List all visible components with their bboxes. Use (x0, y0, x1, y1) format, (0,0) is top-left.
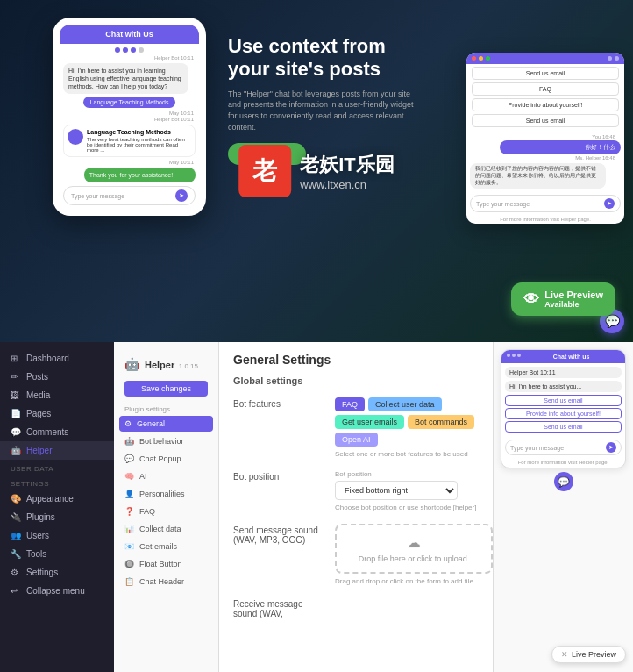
sidebar-item-comments[interactable]: 💬 Comments (0, 423, 114, 441)
plugin-nav-float[interactable]: 🔘 Float Button (114, 555, 218, 573)
upload-text: Drop file here or click to upload. (345, 554, 482, 563)
plugin-nav-ai[interactable]: 🧠 AI (114, 468, 218, 485)
preview-btn-email2[interactable]: Send us email (505, 421, 622, 433)
preview-btn-info[interactable]: Provide info about yourself! (505, 408, 622, 419)
upload-area[interactable]: ☁ Drop file here or click to upload. (335, 524, 493, 574)
rm-btn-email2[interactable]: Send us email (472, 114, 619, 127)
plugin-section-title: Plugin settings (114, 400, 218, 415)
live-preview-badge[interactable]: 👁 Live Preview Available (511, 282, 615, 316)
helper-plugin-icon: 🤖 (124, 357, 139, 371)
close-preview-button[interactable]: ✕ Live Preview (551, 646, 626, 663)
sidebar-item-tools[interactable]: 🔧 Tools (0, 545, 114, 563)
sidebar-item-settings[interactable]: ⚙ Settings (0, 563, 114, 582)
rm-btn-email[interactable]: Send us email (472, 67, 619, 80)
preview-msg-initial: Helper Bot 10:11 (505, 367, 622, 378)
sidebar-label-appearance: Appearance (26, 494, 74, 504)
phone-header: Chat with Us (60, 25, 199, 44)
faq-icon: ❓ (124, 507, 134, 516)
bot-behavior-icon: 🤖 (124, 437, 134, 446)
bot-features-tags: FAQ Collect user data Get user emails Bo… (335, 397, 479, 447)
live-preview-label: Live Preview Available (544, 290, 603, 309)
plugin-nav-chat-popup[interactable]: 💬 Chat Popup (114, 450, 218, 468)
plugin-version: 1.0.15 (179, 362, 198, 370)
plugin-nav-emails[interactable]: 📧 Get emails (114, 538, 218, 555)
sidebar-label-media: Media (26, 390, 50, 400)
sidebar: ⊞ Dashboard ✏ Posts 🖼 Media 📄 Pages 💬 Co… (0, 342, 114, 672)
bot-greeting: Hi! I'm here to assist you in learning E… (63, 63, 188, 94)
emails-icon: 📧 (124, 542, 134, 551)
users-icon: 👥 (11, 531, 21, 540)
bot-behavior-label: Bot behavior (139, 437, 184, 446)
plugin-nav-bot-behavior[interactable]: 🤖 Bot behavior (114, 433, 218, 450)
preview-header: Chat with us (501, 350, 625, 363)
hero-title: Use context from your site's posts (228, 35, 421, 82)
float-icon: 🔘 (124, 560, 134, 568)
tag-collect[interactable]: Collect user data (368, 397, 442, 411)
sidebar-item-appearance[interactable]: 🎨 Appearance (0, 490, 114, 508)
rm-icon1 (608, 56, 612, 61)
method-desc: The very best teaching methods can often… (87, 137, 191, 153)
chat-popup-label: Chat Popup (139, 454, 181, 463)
language-btn[interactable]: Language Teaching Methods (83, 97, 176, 108)
sidebar-item-pages[interactable]: 📄 Pages (0, 404, 114, 423)
sidebar-item-posts[interactable]: ✏ Posts (0, 368, 114, 386)
sidebar-item-users[interactable]: 👥 Users (0, 526, 114, 545)
pages-icon: 📄 (11, 409, 21, 418)
send-sound-row: Send message sound (WAV, MP3, OGG) ☁ Dro… (233, 524, 479, 585)
bot-position-select[interactable]: Fixed bottom right Fixed bottom left (335, 481, 458, 500)
plugins-icon: 🔌 (11, 512, 21, 522)
preview-btn-email[interactable]: Send us email (505, 395, 622, 406)
preview-input[interactable]: Type your message ➤ (505, 440, 622, 455)
bot-features-content: FAQ Collect user data Get user emails Bo… (335, 397, 479, 458)
bot-position-label: Bot position (233, 470, 321, 482)
sidebar-label-dashboard: Dashboard (26, 354, 69, 363)
tag-faq[interactable]: FAQ (335, 397, 365, 411)
preview-fab[interactable]: 💬 (554, 472, 573, 491)
rm-input[interactable]: Type your message ➤ (470, 195, 621, 212)
method-avatar (68, 129, 83, 145)
rm-send-btn[interactable]: ➤ (604, 198, 615, 209)
tag-commands[interactable]: Bot commands (408, 415, 474, 429)
collect-label: Collect data (139, 525, 181, 533)
sidebar-item-dashboard[interactable]: ⊞ Dashboard (0, 349, 114, 368)
preview-panel: Chat with us Helper Bot 10:11 Hi! I'm he… (493, 342, 633, 672)
preview-chat-area: Helper Bot 10:11 Hi! I'm here to assist … (501, 363, 625, 438)
sidebar-item-plugins[interactable]: 🔌 Plugins (0, 508, 114, 526)
sidebar-settings-section: Settings (0, 475, 114, 490)
plugin-nav-personalities[interactable]: 👤 Personalities (114, 485, 218, 503)
rm-btn-faq[interactable]: FAQ (472, 82, 619, 96)
sidebar-label-posts: Posts (26, 372, 48, 382)
send-button[interactable]: ➤ (175, 189, 188, 202)
plugin-nav-faq[interactable]: ❓ FAQ (114, 503, 218, 520)
tag-openai[interactable]: Open AI (335, 433, 378, 447)
collapse-icon: ↩ (11, 586, 21, 596)
input-placeholder: Type your message (71, 193, 124, 199)
plugin-nav-general[interactable]: ⚙ General (119, 416, 213, 432)
sidebar-item-media[interactable]: 🖼 Media (0, 386, 114, 404)
plugin-nav-chat-header[interactable]: 📋 Chat Header (114, 573, 218, 590)
close-icon: ✕ (561, 650, 568, 659)
bot-position-note: Choose bot position or use shortcode [he… (335, 504, 479, 511)
rm-placeholder: Type your message (476, 201, 530, 207)
time4: May 10:11 (65, 160, 194, 165)
plugin-nav-collect[interactable]: 📊 Collect data (114, 520, 218, 538)
helper-icon: 🤖 (11, 446, 21, 455)
bot-features-note: Select one or more bot features to be us… (335, 450, 479, 458)
upload-note: Drag and drop or click on the form to ad… (335, 577, 493, 585)
settings-icon: ⚙ (11, 568, 21, 577)
save-changes-button[interactable]: Save changes (124, 381, 208, 397)
rm-btn-info[interactable]: Provide info about yourself! (472, 98, 619, 111)
preview-phone: Chat with us Helper Bot 10:11 Hi! I'm he… (501, 349, 626, 468)
sidebar-item-collapse[interactable]: ↩ Collapse menu (0, 582, 114, 600)
tag-emails[interactable]: Get user emails (335, 415, 404, 429)
sidebar-label-users: Users (26, 531, 49, 540)
sidebar-item-helper[interactable]: 🤖 Helper (0, 441, 114, 460)
receive-sound-row: Receive message sound (WAV, (233, 597, 479, 633)
phone-input[interactable]: Type your message ➤ (63, 186, 196, 205)
emails-label: Get emails (139, 542, 177, 551)
rm-time2: Ms. Helper 16:48 (475, 155, 615, 161)
watermark-url: www.itxen.cn (300, 178, 395, 191)
preview-chat-title: Chat with us (523, 354, 620, 360)
rm-bot-bubble: 我们已经收到了您的内容内容内容的问题，提供不错的问题问题、希望未来你们将、给以后… (470, 163, 606, 189)
preview-send-btn[interactable]: ➤ (606, 442, 616, 453)
